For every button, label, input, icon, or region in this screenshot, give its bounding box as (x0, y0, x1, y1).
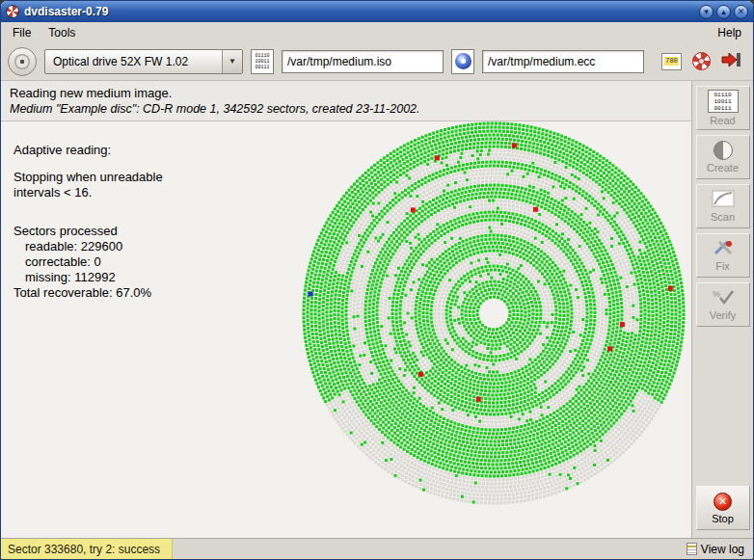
app-window: dvdisaster-0.79 ▾ ▴ ✕ File Tools Help Op… (0, 0, 754, 560)
create-button[interactable]: Create (696, 135, 750, 179)
sectors-correctable: correctable: 0 (13, 254, 163, 270)
fix-button[interactable]: Fix (696, 233, 750, 278)
app-icon (6, 5, 19, 18)
view-log-button[interactable]: View log (687, 543, 753, 556)
adaptive-reading-title: Adaptive reading: (13, 143, 163, 158)
read-icon-row: 10011 (714, 98, 731, 105)
statusbar: Sector 333680, try 2: success View log (1, 538, 753, 559)
help-icon-hole (698, 58, 705, 65)
scan-button[interactable]: Scan (696, 184, 750, 228)
sectors-missing: missing: 112992 (13, 270, 163, 285)
ecc-path-input[interactable] (482, 50, 644, 73)
drive-button[interactable] (8, 47, 37, 76)
drive-select[interactable]: Optical drive 52X FW 1.02 ▼ (44, 49, 243, 74)
medium-info-line: Medium "Example disc": CD-R mode 1, 3425… (10, 101, 683, 117)
drive-select-value: Optical drive 52X FW 1.02 (53, 55, 188, 68)
create-icon (714, 141, 733, 160)
verify-button-label: Verify (710, 309, 737, 321)
close-button-icon[interactable]: ✕ (734, 5, 748, 19)
quit-icon[interactable] (721, 52, 741, 70)
disc-spiral-visualization (286, 121, 691, 536)
verify-button[interactable]: % Verify (696, 282, 750, 327)
status-heading: Reading new medium image. (10, 85, 683, 101)
create-button-label: Create (707, 162, 739, 173)
stopping-line-2: intervals < 16. (13, 185, 163, 200)
menu-help[interactable]: Help (709, 24, 750, 41)
main-region: Reading new medium image. Medium "Exampl… (1, 81, 753, 538)
stop-icon: ✕ (714, 493, 732, 511)
window-title: dvdisaster-0.79 (24, 5, 694, 18)
sidebar: 01110 10011 00111 Read Create Scan (691, 81, 753, 538)
fix-icon (712, 239, 735, 258)
reading-info-panel: Adaptive reading: Stopping when unreadab… (13, 143, 163, 301)
menu-file[interactable]: File (4, 24, 40, 41)
left-column: Reading new medium image. Medium "Exampl… (1, 81, 691, 538)
maximize-button-icon[interactable]: ▴ (716, 5, 731, 19)
titlebar[interactable]: dvdisaster-0.79 ▾ ▴ ✕ (1, 1, 753, 22)
help-icon[interactable] (692, 52, 711, 70)
iso-icon-row: 00111 (255, 65, 269, 70)
toolbar-right-icons: 780 (661, 52, 746, 70)
stopping-line-1: Stopping when unreadable (13, 170, 163, 185)
read-button[interactable]: 01110 10011 00111 Read (696, 86, 750, 130)
preferences-icon-digits: 780 (664, 57, 679, 66)
fix-button-label: Fix (715, 260, 730, 272)
sectors-processed-title: Sectors processed (13, 224, 163, 239)
verify-icon: % (712, 288, 735, 307)
scan-icon (712, 190, 735, 209)
preferences-icon[interactable]: 780 (661, 53, 682, 70)
window-buttons: ▾ ▴ ✕ (699, 5, 748, 19)
status-message: Sector 333680, try 2: success (1, 539, 173, 559)
scan-button-label: Scan (711, 211, 735, 223)
view-log-label: View log (701, 543, 744, 556)
sectors-readable: readable: 229600 (13, 239, 163, 254)
iso-image-icon[interactable]: 01110 10011 00111 (251, 49, 274, 74)
chevron-down-icon: ▼ (222, 50, 242, 73)
status-area: Reading new medium image. Medium "Exampl… (1, 81, 691, 121)
stop-button[interactable]: ✕ Stop (696, 486, 750, 530)
drive-icon (14, 54, 30, 69)
ecc-file-icon[interactable] (451, 49, 474, 74)
read-button-label: Read (710, 115, 735, 126)
read-icon: 01110 10011 00111 (708, 90, 739, 113)
toolbar: Optical drive 52X FW 1.02 ▼ 01110 10011 … (1, 42, 753, 81)
iso-path-input[interactable] (282, 50, 444, 73)
svg-text:%: % (713, 289, 720, 299)
read-icon-row: 00111 (714, 105, 731, 112)
total-recoverable: Total recoverable: 67.0% (13, 285, 163, 301)
menubar: File Tools Help (1, 22, 753, 42)
ecc-disc-icon (455, 53, 471, 69)
content-area: Adaptive reading: Stopping when unreadab… (1, 121, 691, 538)
menu-tools[interactable]: Tools (40, 24, 84, 41)
log-icon (687, 543, 697, 555)
stop-button-label: Stop (712, 513, 734, 524)
minimize-button-icon[interactable]: ▾ (699, 5, 714, 19)
read-icon-row: 01110 (714, 92, 731, 98)
